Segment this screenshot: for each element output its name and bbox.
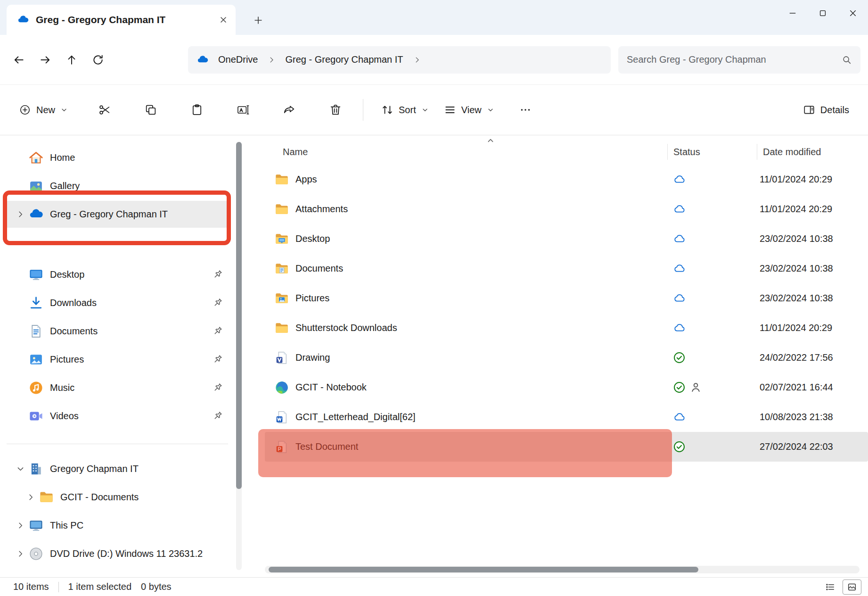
synced-status-icon bbox=[673, 351, 686, 364]
file-row-drawing[interactable]: Drawing24/02/2022 17:56 bbox=[265, 343, 868, 372]
share-icon bbox=[283, 103, 296, 116]
chevron-right-icon[interactable] bbox=[413, 56, 421, 64]
file-status-cell bbox=[667, 381, 757, 394]
forward-button[interactable] bbox=[32, 47, 58, 73]
chevron-right-icon[interactable] bbox=[267, 56, 276, 64]
chevron-down-icon bbox=[487, 106, 494, 114]
breadcrumb-current-folder[interactable]: Greg - Gregory Chapman IT bbox=[281, 51, 407, 68]
folder-pictures-icon bbox=[274, 291, 289, 306]
file-date-modified: 11/01/2024 20:29 bbox=[757, 204, 868, 215]
sidebar-item-music[interactable]: Music bbox=[5, 374, 229, 401]
chevron-down-icon[interactable] bbox=[12, 461, 28, 477]
file-name: Pictures bbox=[295, 293, 329, 304]
rename-icon bbox=[237, 103, 250, 116]
file-row-shutterstock-downloads[interactable]: Shutterstock Downloads11/01/2024 20:29 bbox=[265, 313, 868, 343]
navigation-bar: OneDrive Greg - Gregory Chapman IT bbox=[0, 35, 868, 85]
chevron-right-icon[interactable] bbox=[23, 489, 39, 505]
paste-button[interactable] bbox=[180, 95, 214, 125]
address-bar[interactable]: OneDrive Greg - Gregory Chapman IT bbox=[188, 46, 611, 74]
file-row-pictures[interactable]: Pictures23/02/2024 10:38 bbox=[265, 283, 868, 313]
sidebar-item-gallery[interactable]: Gallery bbox=[5, 173, 229, 199]
chevron-right-icon[interactable] bbox=[12, 518, 28, 534]
search-input[interactable] bbox=[627, 54, 842, 65]
sidebar-scrollbar-thumb[interactable] bbox=[236, 142, 242, 489]
details-button[interactable]: Details bbox=[795, 98, 857, 122]
sidebar-item-label: This PC bbox=[50, 520, 83, 531]
folder-icon bbox=[39, 489, 54, 505]
tab-close-icon[interactable] bbox=[219, 15, 228, 25]
sidebar-item-pictures[interactable]: Pictures bbox=[5, 346, 229, 373]
search-icon[interactable] bbox=[842, 55, 852, 65]
file-row-gcit-letterhead-digital-62[interactable]: GCIT_Letterhead_Digital[62]10/08/2023 21… bbox=[265, 402, 868, 432]
chevron-spacer bbox=[12, 408, 28, 424]
file-row-gcit-notebook[interactable]: GCIT - Notebook02/07/2021 16:44 bbox=[265, 372, 868, 402]
file-name: Desktop bbox=[295, 233, 330, 244]
details-button-label: Details bbox=[820, 105, 849, 116]
list-view-icon bbox=[825, 582, 835, 592]
file-date-modified: 23/02/2024 10:38 bbox=[757, 263, 868, 274]
file-status-cell bbox=[667, 262, 757, 275]
sidebar-item-videos[interactable]: Videos bbox=[5, 403, 229, 430]
file-row-attachments[interactable]: Attachments11/01/2024 20:29 bbox=[265, 194, 868, 224]
sidebar-item-this-pc[interactable]: This PC bbox=[5, 512, 229, 539]
gallery-icon bbox=[28, 178, 44, 194]
copy-button[interactable] bbox=[134, 95, 168, 125]
column-header-date-modified[interactable]: Date modified bbox=[757, 144, 868, 160]
column-header-status[interactable]: Status bbox=[667, 144, 757, 160]
chevron-spacer bbox=[12, 178, 28, 194]
tab-bar: Greg - Gregory Chapman IT bbox=[0, 0, 868, 35]
delete-button[interactable] bbox=[319, 95, 352, 125]
sidebar-item-greg-gregory-chapman-it[interactable]: Greg - Gregory Chapman IT bbox=[5, 201, 229, 228]
cloud-status-icon bbox=[673, 232, 686, 245]
horizontal-scrollbar[interactable] bbox=[265, 566, 860, 573]
up-button[interactable] bbox=[58, 47, 85, 73]
sort-button[interactable]: Sort bbox=[374, 98, 436, 122]
sidebar-item-label: Gallery bbox=[50, 181, 80, 191]
file-name: Shutterstock Downloads bbox=[295, 323, 397, 333]
details-view-toggle[interactable] bbox=[821, 579, 840, 595]
maximize-button[interactable] bbox=[808, 0, 838, 26]
sort-ascending-icon[interactable] bbox=[485, 135, 496, 146]
refresh-button[interactable] bbox=[85, 47, 111, 73]
command-toolbar: New bbox=[0, 85, 868, 135]
thispc-icon bbox=[28, 518, 44, 533]
sidebar-item-downloads[interactable]: Downloads bbox=[5, 290, 229, 316]
file-row-apps[interactable]: Apps11/01/2024 20:29 bbox=[265, 165, 868, 194]
explorer-tab[interactable]: Greg - Gregory Chapman IT bbox=[7, 5, 236, 35]
sidebar-item-gregory-chapman-it[interactable]: Gregory Chapman IT bbox=[5, 455, 229, 482]
thumbnail-view-toggle[interactable] bbox=[843, 579, 861, 595]
folder-documents-icon bbox=[274, 261, 289, 276]
sidebar-item-home[interactable]: Home bbox=[5, 144, 229, 171]
file-name-cell: Test Document bbox=[265, 439, 667, 455]
view-button-label: View bbox=[461, 105, 482, 116]
rename-button[interactable] bbox=[226, 95, 260, 125]
chevron-spacer bbox=[12, 380, 28, 396]
sidebar-item-gcit-documents[interactable]: GCIT - Documents bbox=[5, 484, 229, 511]
chevron-right-icon[interactable] bbox=[12, 546, 28, 562]
breadcrumb-onedrive[interactable]: OneDrive bbox=[214, 51, 262, 68]
file-row-documents[interactable]: Documents23/02/2024 10:38 bbox=[265, 254, 868, 283]
close-button[interactable] bbox=[838, 0, 868, 26]
back-button[interactable] bbox=[6, 47, 32, 73]
share-button[interactable] bbox=[272, 95, 306, 125]
horizontal-scrollbar-thumb[interactable] bbox=[269, 567, 698, 572]
sidebar-item-documents[interactable]: Documents bbox=[5, 318, 229, 345]
folder-icon bbox=[274, 172, 289, 187]
sidebar-item-dvd-drive-d-windows-11-23631-2[interactable]: DVD Drive (D:) Windows 11 23631.2 bbox=[5, 540, 229, 567]
column-header-name[interactable]: Name bbox=[265, 147, 667, 157]
cut-button[interactable] bbox=[88, 95, 122, 125]
minimize-button[interactable] bbox=[778, 0, 808, 26]
sidebar-scrollbar[interactable] bbox=[236, 142, 242, 570]
file-row-test-document[interactable]: Test Document27/02/2024 22:03 bbox=[265, 432, 868, 462]
file-name-cell: Drawing bbox=[265, 350, 667, 365]
file-row-desktop[interactable]: Desktop23/02/2024 10:38 bbox=[265, 224, 868, 254]
sidebar-item-desktop[interactable]: Desktop bbox=[5, 261, 229, 288]
chevron-right-icon[interactable] bbox=[12, 207, 28, 223]
view-button[interactable]: View bbox=[436, 98, 502, 122]
file-name-cell: Shutterstock Downloads bbox=[265, 321, 667, 336]
sidebar-item-label: Music bbox=[50, 382, 74, 393]
more-options-button[interactable] bbox=[508, 95, 542, 125]
new-button[interactable]: New bbox=[11, 98, 75, 122]
trash-icon bbox=[329, 103, 342, 116]
new-tab-button[interactable] bbox=[248, 11, 269, 29]
